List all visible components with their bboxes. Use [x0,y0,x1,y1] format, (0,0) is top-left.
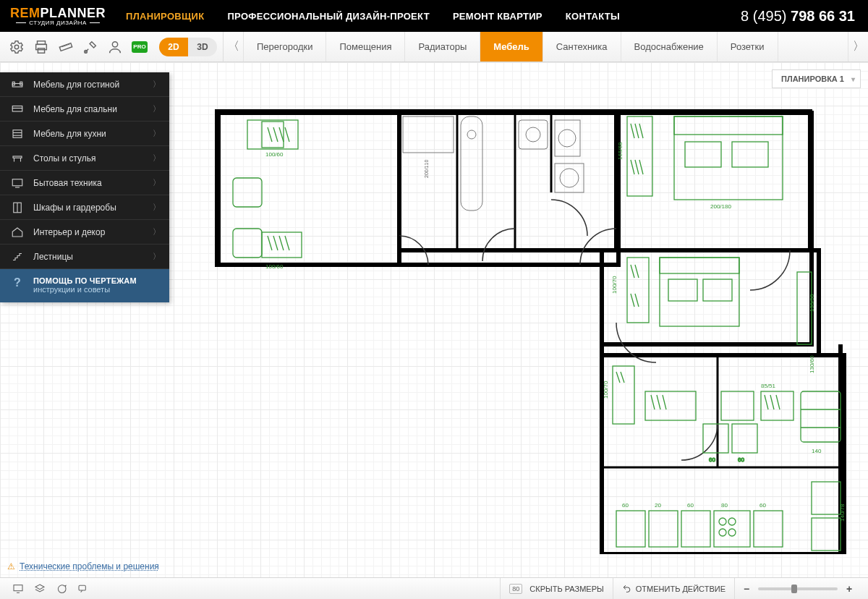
print-icon[interactable] [29,32,54,62]
svg-point-73 [719,518,726,525]
logo-planner: PLANNER [41,6,106,20]
svg-text:60: 60 [709,456,715,463]
toolbar: PRO 2D 3D 〈 Перегородки Помещения Радиат… [0,32,868,62]
kitchen-icon [9,127,26,140]
zoom-slider[interactable] [758,587,838,590]
svg-rect-35 [233,178,262,207]
svg-rect-45 [555,163,584,192]
tab-partitions[interactable]: Перегородки [244,32,326,61]
dim-label: 130/60 [809,355,815,373]
tab-sockets[interactable]: Розетки [718,32,778,61]
tv-icon [9,177,26,190]
svg-rect-82 [79,585,85,590]
settings-icon[interactable] [4,32,29,62]
hide-dimensions-button[interactable]: 80 СКРЫТЬ РАЗМЕРЫ [500,578,612,600]
undo-label: ОТМЕНИТЬ ДЕЙСТВИЕ [636,585,726,593]
svg-point-40 [467,130,476,139]
svg-rect-62 [801,391,841,442]
sidebar-item-decor[interactable]: Интерьер и декор 〉 [0,220,169,245]
sidebar-item-bedroom[interactable]: Мебель для спальни 〉 [0,97,169,122]
comments-icon[interactable] [72,578,94,600]
dim-label: 100/70 [603,381,609,399]
svg-rect-51 [732,142,768,167]
nav-renovation[interactable]: РЕМОНТ КВАРТИР [453,11,542,22]
undo-button[interactable]: ОТМЕНИТЬ ДЕЙСТВИЕ [613,578,734,600]
hide-dimensions-label: СКРЫТЬ РАЗМЕРЫ [529,585,603,593]
svg-rect-65 [703,424,728,453]
floor-plan[interactable]: .wall{fill:none;stroke:#000;stroke-width… [211,106,848,554]
tab-water-supply[interactable]: Водоснабжение [621,32,718,61]
svg-rect-47 [627,116,652,196]
sidebar-item-living[interactable]: Мебель для гостиной 〉 [0,72,169,97]
warning-icon: ⚠ [7,561,15,572]
svg-rect-15 [13,156,22,158]
layout-dropdown[interactable]: ПЛАНИРОВКА 1 [772,69,861,88]
chevron-right-icon: 〉 [153,79,161,90]
nav-contacts[interactable]: КОНТАКТЫ [566,11,620,22]
nav-planner[interactable]: ПЛАНИРОВЩИК [126,11,204,22]
chevron-right-icon: 〉 [153,177,161,188]
canvas-area[interactable]: Мебель для гостиной 〉 Мебель для спальни… [0,62,868,577]
svg-point-74 [728,518,736,525]
zoom-out-button[interactable]: − [741,583,752,595]
svg-rect-10 [12,108,22,111]
sidebar-item-stairs[interactable]: Лестницы 〉 [0,245,169,269]
svg-point-44 [558,129,576,147]
layers-icon[interactable] [29,578,51,600]
svg-rect-61 [761,391,793,420]
svg-rect-18 [12,179,22,185]
svg-rect-52 [627,258,649,323]
zoom-thumb[interactable] [791,585,797,593]
sidebar-help[interactable]: ? ПОМОЩЬ ПО ЧЕРТЕЖАМ инструкции и советы [0,269,169,302]
svg-rect-3 [38,48,44,52]
svg-rect-4 [59,43,72,51]
tabs-scroll-right[interactable]: 〉 [848,32,868,61]
tab-plumbing[interactable]: Сантехника [543,32,621,61]
svg-rect-79 [812,518,841,551]
sidebar-item-label: Мебель для спальни [33,104,117,114]
chevron-right-icon: 〉 [153,202,161,213]
category-tabs: 〈 Перегородки Помещения Радиаторы Мебель… [223,32,868,61]
tab-rooms[interactable]: Помещения [326,32,405,61]
tabs-scroll-left[interactable]: 〈 [224,32,244,61]
issues-link[interactable]: Технические проблемы и решения [20,561,159,572]
view-3d-button[interactable]: 3D [188,38,217,56]
issues-bar: ⚠ Технические проблемы и решения [7,561,159,572]
tab-furniture[interactable]: Мебель [480,32,542,61]
tab-radiators[interactable]: Радиаторы [405,32,480,61]
user-icon[interactable] [103,32,127,62]
pro-badge[interactable]: PRO [132,41,148,53]
sidebar-item-label: Шкафы и гардеробы [33,203,116,213]
dim-label: 60 [760,502,766,509]
dim-label: 60 [622,502,629,509]
chevron-right-icon: 〉 [153,128,161,139]
logo[interactable]: REMPLANNER СТУДИЯ ДИЗАЙНА [10,7,106,26]
svg-rect-58 [613,366,634,424]
chat-icon[interactable] [51,578,72,600]
svg-rect-56 [703,279,732,301]
app-header: REMPLANNER СТУДИЯ ДИЗАЙНА ПЛАНИРОВЩИК ПР… [0,0,868,32]
dim-label: 85/51 [761,383,776,389]
sidebar-item-label: Интерьер и декор [33,227,105,237]
svg-point-6 [112,41,117,46]
sidebar-item-label: Столы и стулья [33,153,96,163]
ruler-icon[interactable] [54,32,78,62]
svg-point-42 [526,127,540,142]
bed-icon [9,103,26,116]
screen-icon[interactable] [7,578,29,600]
sidebar-item-wardrobes[interactable]: Шкафы и гардеробы 〉 [0,195,169,220]
nav-design-project[interactable]: ПРОФЕССИОНАЛЬНЫЙ ДИЗАЙН-ПРОЕКТ [227,11,429,22]
table-icon [9,152,26,165]
svg-rect-80 [14,585,22,590]
svg-rect-48 [674,116,783,200]
view-2d-button[interactable]: 2D [159,38,188,56]
tools-icon[interactable] [78,32,103,62]
dim-label: 140 [812,448,822,454]
svg-rect-11 [12,106,22,108]
svg-rect-36 [233,229,262,258]
sidebar-item-appliances[interactable]: Бытовая техника 〉 [0,171,169,195]
zoom-in-button[interactable]: + [843,583,855,595]
sidebar-item-tables[interactable]: Столы и стулья 〉 [0,146,169,171]
home-icon [9,226,26,239]
sidebar-item-kitchen[interactable]: Мебель для кухни 〉 [0,122,169,146]
